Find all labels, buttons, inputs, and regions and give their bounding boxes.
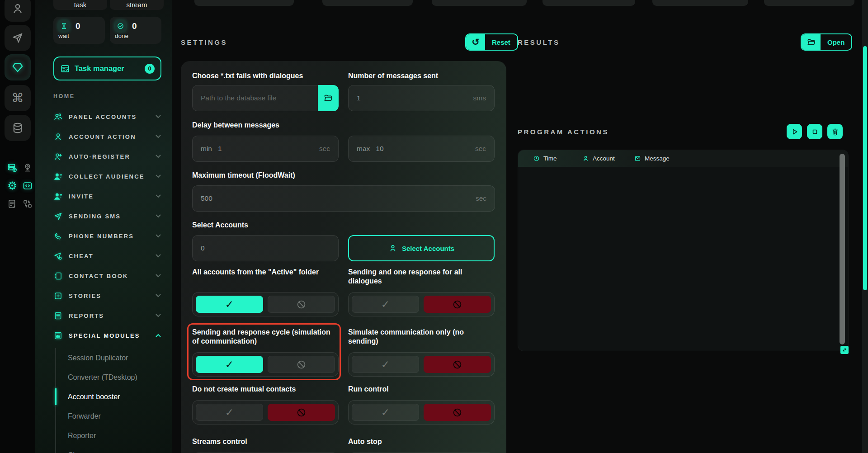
block-option[interactable]	[268, 296, 335, 313]
block-option[interactable]	[424, 296, 491, 313]
allow-option[interactable]: ✓	[196, 356, 263, 373]
delete-button[interactable]	[827, 124, 843, 139]
sidebar-item-special-modules[interactable]: SPECIAL MODULES	[35, 326, 172, 345]
shortcuts-button[interactable]: ⌘	[5, 85, 31, 111]
chevron-up-icon	[156, 334, 161, 337]
top-tab-6[interactable]	[764, 0, 854, 6]
play-button[interactable]	[787, 124, 802, 139]
submenu-label: Cleaner	[68, 451, 93, 453]
person-plus-icon	[53, 152, 63, 161]
delay-max-input[interactable]: max 10 sec	[348, 136, 495, 162]
block-option[interactable]	[424, 356, 491, 373]
wait-count: 0	[75, 21, 80, 31]
page-scrollbar[interactable]	[862, 0, 868, 453]
db-path-input[interactable]: Path to the database file	[192, 85, 339, 111]
max-prefix: max	[357, 145, 370, 153]
toggle-control[interactable]: ✓	[192, 400, 339, 425]
timeout-suffix: sec	[476, 194, 486, 203]
submenu-item-reporter[interactable]: Reporter	[56, 426, 168, 445]
table-resize-handle[interactable]	[840, 346, 849, 354]
select-accounts-button[interactable]: Select Accounts	[348, 235, 495, 261]
swap-button[interactable]	[22, 198, 33, 210]
code-window-button[interactable]	[22, 180, 33, 192]
delay-min-input[interactable]: min 1 sec	[192, 136, 339, 162]
column-account[interactable]: Account	[582, 155, 634, 162]
reset-button[interactable]: ↺ Reset	[465, 33, 518, 51]
nav-label: PANEL ACCOUNTS	[69, 113, 137, 120]
sidebar-item-panel-accounts[interactable]: PANEL ACCOUNTS	[35, 107, 172, 127]
table-scrollbar-thumb[interactable]	[840, 154, 845, 344]
database-button[interactable]	[5, 115, 31, 141]
accounts-count-input[interactable]: 0	[192, 235, 339, 261]
toggle-control[interactable]: ✓	[192, 292, 339, 316]
diamond-module-button[interactable]	[5, 54, 31, 80]
sidebar-item-home[interactable]: HOME	[53, 93, 75, 99]
top-tab-5[interactable]	[652, 0, 748, 6]
allow-option[interactable]: ✓	[352, 356, 419, 373]
profile-button[interactable]	[5, 0, 31, 22]
toggle-control[interactable]: ✓	[192, 352, 339, 377]
sidebar-item-auto-register[interactable]: AUTO-REGISTER	[35, 146, 172, 166]
allow-option[interactable]: ✓	[352, 296, 419, 313]
task-manager-badge: 0	[145, 64, 155, 74]
allow-option[interactable]: ✓	[196, 296, 263, 313]
submenu-item-converter[interactable]: Converter (TDesktop)	[56, 368, 168, 387]
column-account-label: Account	[593, 155, 615, 162]
top-tab-2[interactable]	[322, 0, 413, 6]
clipboard-check-button[interactable]	[6, 198, 18, 210]
top-tab-1[interactable]	[194, 0, 294, 6]
page-scrollbar-thumb[interactable]	[863, 46, 867, 290]
sidebar-item-stories[interactable]: STORIES	[35, 286, 172, 306]
submenu-item-cleaner[interactable]: Cleaner	[56, 445, 168, 453]
messages-count-input[interactable]: 1 sms	[348, 85, 495, 111]
toggle-control[interactable]: ✓	[348, 352, 495, 377]
nav-label: COLLECT AUDIENCE	[69, 173, 145, 180]
toggle-control[interactable]: ✓	[348, 400, 495, 425]
block-option[interactable]	[424, 404, 491, 421]
toggle-group-one-response: Sending and one response for all dialogu…	[348, 268, 495, 316]
program-actions-table: Time Account Message	[518, 150, 849, 351]
submenu-item-session-duplicator[interactable]: Session Duplicator	[56, 348, 168, 368]
submenu-item-account-booster[interactable]: Account booster	[56, 387, 168, 406]
submenu-label: Reporter	[68, 432, 96, 440]
person-icon	[582, 155, 589, 162]
toggle-control[interactable]: ✓	[348, 292, 495, 316]
sidebar-item-contact-book[interactable]: CONTACT BOOK	[35, 266, 172, 286]
toggle-label: Auto stop	[348, 437, 495, 446]
column-message[interactable]: Message	[634, 155, 670, 162]
sidebar-item-reports[interactable]: REPORTS	[35, 306, 172, 326]
tab-stream[interactable]: stream	[110, 0, 164, 10]
table-body-empty	[518, 167, 848, 351]
stop-button[interactable]	[807, 124, 822, 139]
gear-button[interactable]: ⚙	[6, 180, 18, 192]
toggle-label: Run control	[348, 385, 495, 394]
sidebar-item-sending-sms[interactable]: SENDING SMS	[35, 206, 172, 226]
sidebar-item-phone-numbers[interactable]: PHONE NUMBERS	[35, 226, 172, 246]
check-icon: ✓	[225, 299, 234, 310]
top-tab-3[interactable]	[432, 0, 527, 6]
submenu-item-forwarder[interactable]: Forwarder	[56, 406, 168, 426]
nav-label: SENDING SMS	[69, 213, 121, 220]
open-results-button[interactable]: Open	[801, 33, 852, 51]
sidebar-item-collect-audience[interactable]: COLLECT AUDIENCE	[35, 166, 172, 186]
allow-option[interactable]: ✓	[352, 404, 419, 421]
toggle-label: Sending and response cycle (simulation o…	[192, 328, 339, 348]
browse-folder-button[interactable]	[318, 85, 339, 111]
column-time[interactable]: Time	[533, 155, 582, 162]
sidebar-item-invite[interactable]: INVITE	[35, 186, 172, 206]
top-tab-4[interactable]	[542, 0, 635, 6]
task-manager-button[interactable]: Task manager 0	[53, 57, 161, 80]
allow-option[interactable]: ✓	[196, 404, 263, 421]
sidebar-item-account-action[interactable]: ACCOUNT ACTION	[35, 127, 172, 146]
sidebar-item-cheat[interactable]: CHEAT	[35, 246, 172, 266]
toggle-group-active-folder: All accounts from the "Active" folder ✓	[192, 268, 339, 316]
server-check-button[interactable]	[6, 162, 18, 174]
tab-task[interactable]: task	[53, 0, 107, 10]
block-option[interactable]	[268, 356, 335, 373]
folder-icon	[323, 93, 333, 103]
timeout-input[interactable]: 500 sec	[192, 185, 495, 212]
send-button[interactable]	[5, 25, 31, 51]
webcam-button[interactable]	[22, 162, 33, 174]
person-icon	[11, 2, 24, 15]
block-option[interactable]	[268, 404, 335, 421]
